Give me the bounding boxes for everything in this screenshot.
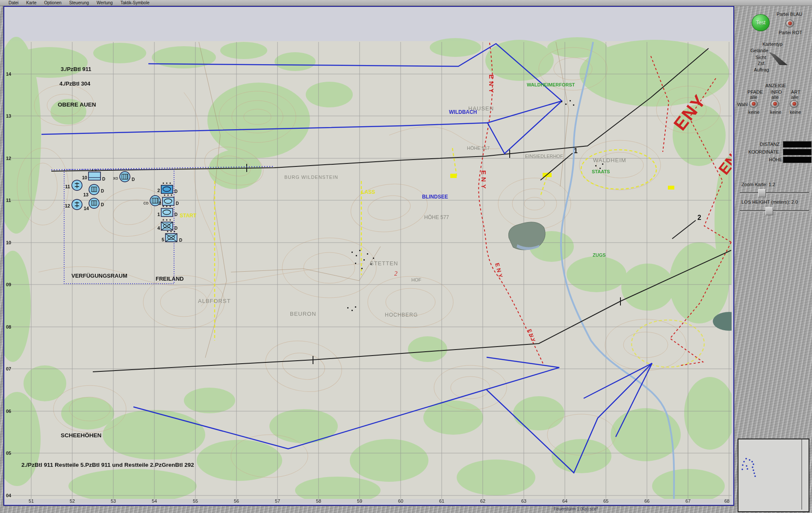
svg-text:67: 67	[685, 498, 691, 503]
hoehe-label: HÖHE	[769, 157, 782, 162]
label-lass: LASS	[361, 189, 375, 195]
label-hof: HOF	[411, 277, 422, 282]
map-frame: ENY ENY ENY ENY ENY ENY 2 1 2	[3, 6, 734, 506]
anzeige-info-alle: alle	[771, 95, 779, 100]
svg-text:63: 63	[521, 498, 526, 503]
svg-text:06: 06	[6, 409, 11, 414]
label-wildbach: WILDBACH	[449, 109, 477, 115]
partei-toggle[interactable]	[785, 20, 794, 27]
label-blindsee: BLINDSEE	[422, 194, 448, 200]
svg-text:60: 60	[398, 498, 403, 503]
menu-item-steuerung[interactable]: Steuerung	[69, 0, 89, 5]
toggle-marker	[788, 21, 792, 25]
svg-text:07: 07	[6, 366, 11, 371]
kartentyp-option-auftrag[interactable]: Auftrag	[754, 67, 769, 72]
knob-marker	[752, 102, 756, 106]
svg-text:53: 53	[111, 498, 116, 503]
label-hoehe517: HÖHE 517	[467, 145, 490, 151]
svg-text:51: 51	[29, 498, 34, 503]
red-mark-2: 2	[394, 270, 398, 277]
label-waldheim: WALDHEIM	[593, 157, 626, 163]
label-stetten: STETTEN	[370, 260, 398, 267]
svg-text:12: 12	[65, 203, 70, 208]
info-knob[interactable]	[771, 100, 779, 108]
overview-minimap[interactable]	[738, 439, 809, 512]
svg-text:D: D	[101, 202, 104, 207]
svg-text:4: 4	[157, 225, 160, 231]
svg-text:11: 11	[6, 198, 11, 203]
label-pzbtl3: 3./PzBtl 911	[61, 66, 92, 72]
label-start: START	[180, 213, 197, 219]
distanz-value-field	[783, 141, 812, 148]
kartentyp-option-gelaende[interactable]: Gelände	[750, 48, 768, 53]
menu-item-optionen[interactable]: Optionen	[44, 0, 62, 5]
svg-text:62: 62	[480, 498, 485, 503]
svg-text:5: 5	[162, 237, 164, 242]
svg-text:D: D	[174, 189, 177, 194]
minimap-unit-dots	[741, 458, 756, 477]
partei-rot-label: Partei ROT	[779, 30, 802, 35]
label-waldheimerforst: WALDHEIMERFORST	[527, 82, 575, 87]
menu-item-karte[interactable]: Karte	[26, 0, 36, 5]
svg-text:2: 2	[157, 188, 160, 193]
menu-item-wertung[interactable]: Wertung	[97, 0, 113, 5]
menu-item-datei[interactable]: Datei	[9, 0, 18, 5]
label-verfuegungsraum: VERFÜGUNGSRAUM	[71, 273, 127, 279]
los-height-label: LOS HEIGHT (meters): 2.0	[741, 199, 798, 205]
anzeige-art-alle: alle	[791, 95, 798, 100]
svg-text:D: D	[179, 238, 182, 243]
svg-text:13: 13	[6, 113, 11, 119]
svg-text:D: D	[132, 177, 135, 182]
svg-text:52: 52	[70, 498, 75, 503]
svg-text:10: 10	[82, 175, 87, 180]
svg-text:D: D	[176, 201, 179, 206]
kartentyp-option-sicht[interactable]: Sicht	[756, 55, 766, 60]
zoom-slider-track[interactable]	[740, 192, 809, 194]
koordinate-label: KOORDINATE	[748, 149, 779, 154]
knob-marker	[773, 102, 777, 106]
svg-text:D: D	[174, 226, 177, 231]
minimap-canvas	[738, 439, 807, 510]
svg-text:11: 11	[65, 184, 70, 189]
svg-text:58: 58	[316, 498, 321, 503]
svg-text:13: 13	[83, 192, 89, 197]
label-freiland: FREILAND	[156, 276, 184, 282]
koordinate-value-field	[783, 149, 812, 155]
feuersturm-wargame-window: { "menu": { "items": ["Datei","Karte","O…	[0, 0, 812, 513]
label-obere-auen: OBERE AUEN	[58, 101, 96, 108]
label-beuron: BEURON	[290, 311, 316, 317]
los-slider-thumb[interactable]	[765, 207, 773, 215]
svg-text:64: 64	[562, 498, 567, 503]
anzeige-pfade-alle: alle	[750, 95, 757, 100]
pfade-knob[interactable]	[749, 100, 758, 108]
svg-text:57: 57	[275, 498, 280, 503]
anzeige-col-art: ART	[791, 89, 800, 95]
hoehe-value-field	[783, 157, 812, 163]
label-albforst: ALBFORST	[198, 298, 231, 304]
svg-text:66: 66	[644, 498, 650, 503]
svg-text:14: 14	[84, 206, 89, 211]
label-hochberg: HOCHBERG	[385, 312, 418, 318]
label-hoehe577: HÖHE 577	[424, 214, 449, 220]
knob-marker	[792, 102, 796, 106]
kartentyp-selector-needle[interactable]	[770, 50, 788, 65]
label-bottom-note: 2./PzBtl 911 Restteile 5.PzBtl 911 und R…	[21, 462, 194, 468]
menu-item-taktik-symbole[interactable]: Taktik-Symbole	[121, 0, 150, 5]
label-pzbtl4: 4./PzBtl 304	[59, 80, 91, 87]
label-staats: STAATS	[592, 169, 610, 174]
art-knob[interactable]	[790, 100, 798, 108]
test-button[interactable]: Test	[752, 14, 770, 31]
svg-text:61: 61	[439, 498, 444, 503]
zoom-slider-thumb[interactable]	[758, 189, 766, 197]
svg-text:D: D	[102, 177, 105, 181]
label-burg-wildenstein: BURG WILDENSTEIN	[284, 175, 338, 180]
map-canvas[interactable]: ENY ENY ENY ENY ENY ENY 2 1 2	[4, 7, 732, 503]
label-scheehoehen: SCHEEHÖHEN	[61, 432, 101, 439]
kartentyp-option-zsf[interactable]: Zsf.	[758, 61, 765, 66]
los-slider-track[interactable]	[740, 210, 809, 212]
svg-text:12: 12	[6, 156, 11, 161]
phase-line-label-2: 2	[697, 214, 701, 221]
zoom-karte-label: Zoom Karte: 1.2	[741, 182, 775, 187]
status-filename: Feuersturm 1 (Kp).sce*	[554, 507, 598, 511]
svg-text:D: D	[101, 189, 104, 193]
